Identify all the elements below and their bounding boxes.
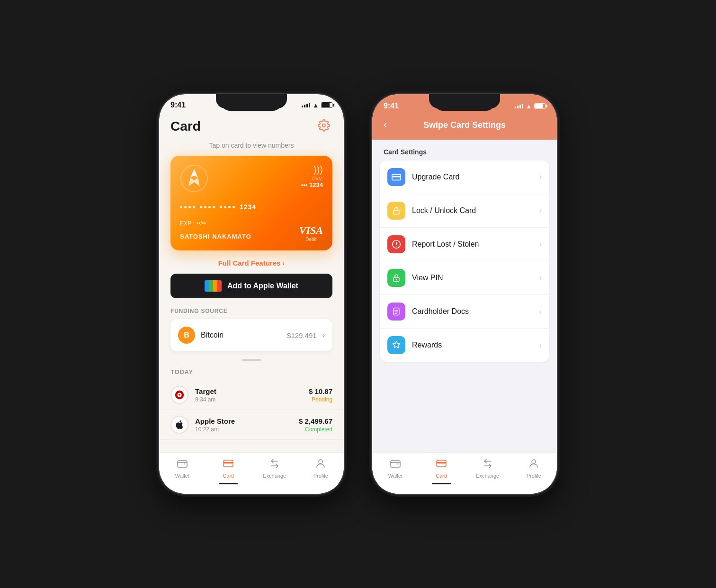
funding-name: Bitcoin	[201, 331, 281, 339]
dot	[208, 206, 211, 208]
chevron-lock: ›	[539, 206, 542, 215]
wallet-nav-label-r: Wallet	[388, 473, 403, 479]
credit-card[interactable]: ))) CVV: ••• 1234	[170, 156, 332, 250]
nav-item-exchange[interactable]: Exchange	[251, 458, 298, 484]
gear-button[interactable]	[315, 118, 332, 135]
card-expiry-row: EXP: ••/••	[180, 220, 206, 227]
visa-text: VISA	[299, 224, 323, 237]
nav-item-card-r[interactable]: Card	[419, 458, 465, 484]
svg-point-20	[532, 460, 536, 463]
nav-item-profile-r[interactable]: Profile	[511, 458, 557, 484]
dot	[204, 206, 206, 208]
full-features-link[interactable]: Full Card Features ›	[159, 259, 344, 267]
settings-item-upgrade-card[interactable]: Upgrade Card ›	[380, 160, 549, 194]
chevron-report: ›	[539, 240, 542, 249]
card-holder-name: SATOSHI NAKAMATO	[180, 233, 251, 240]
target-tx-status: Pending	[309, 396, 332, 403]
card-dots-1	[180, 206, 195, 208]
apple-icon	[170, 416, 188, 434]
settings-list: Upgrade Card › Lock / Unlock C	[380, 160, 549, 362]
settings-item-report-lost[interactable]: Report Lost / Stolen ›	[380, 228, 549, 261]
wallet-nav-label: Wallet	[175, 473, 189, 479]
back-button[interactable]: ‹	[384, 119, 387, 131]
transaction-item-target[interactable]: Target 9:34 am $ 10.87 Pending	[159, 380, 344, 410]
nav-item-card[interactable]: Card	[206, 458, 252, 484]
settings-section-label: Card Settings	[372, 140, 557, 160]
profile-nav-icon	[315, 458, 326, 472]
dot	[184, 206, 187, 208]
dot	[224, 206, 226, 208]
nav-item-wallet-r[interactable]: Wallet	[372, 458, 419, 484]
settings-item-cardholder-docs[interactable]: Cardholder Docs ›	[380, 295, 549, 329]
card-screen-content: 9:41 ▲	[159, 94, 344, 494]
notch	[221, 94, 282, 111]
battery-left	[321, 102, 332, 108]
nav-item-exchange-r[interactable]: Exchange	[465, 458, 511, 484]
exchange-nav-label: Exchange	[263, 473, 286, 479]
active-indicator	[219, 483, 238, 484]
phone2-screen: 9:41 ▲	[372, 94, 557, 494]
settings-item-lock-card[interactable]: Lock / Unlock Card ›	[380, 194, 549, 228]
card-dots-3	[220, 206, 235, 208]
svg-rect-17	[391, 461, 400, 467]
card-nav-label: Card	[223, 473, 234, 479]
settings-header: ‹ Swipe Card Settings	[372, 114, 557, 140]
dot	[200, 206, 202, 208]
card-type-text: Debit	[299, 237, 323, 242]
dot	[213, 206, 215, 208]
dot	[193, 206, 195, 208]
settings-item-view-pin[interactable]: View PIN ›	[380, 261, 549, 295]
chevron-right-funding: ›	[322, 331, 325, 339]
settings-page-title: Swipe Card Settings	[423, 120, 506, 130]
status-icons-left: ▲	[302, 102, 332, 109]
exp-label: EXP:	[180, 220, 193, 227]
apple-tx-status: Completed	[299, 426, 332, 433]
profile-nav-icon-r	[528, 458, 539, 472]
settings-item-rewards[interactable]: Rewards ›	[380, 329, 549, 362]
nav-item-wallet[interactable]: Wallet	[159, 458, 206, 484]
svg-point-4	[179, 394, 180, 396]
signal-bar-r3	[519, 105, 521, 108]
chevron-right-icon: ›	[282, 259, 285, 267]
lock-card-label: Lock / Unlock Card	[412, 206, 533, 215]
svg-rect-19	[437, 462, 446, 463]
phone-card-screen: 9:41 ▲	[159, 94, 344, 494]
transaction-item-apple[interactable]: Apple Store 10:22 am $ 2,499.67 Complete…	[159, 410, 344, 440]
exchange-nav-icon-r	[482, 458, 493, 472]
cvv-value: ••• 1234	[301, 181, 323, 188]
exchange-nav-icon	[269, 458, 280, 472]
full-features-label: Full Card Features	[218, 259, 281, 267]
add-to-apple-wallet-button[interactable]: Add to Apple Wallet	[170, 274, 332, 298]
card-dots-2	[200, 206, 215, 208]
view-pin-icon	[387, 269, 405, 287]
status-time-left: 9:41	[170, 101, 186, 109]
dot	[180, 206, 182, 208]
settings-screen-content: 9:41 ▲	[372, 94, 557, 494]
svg-rect-7	[224, 462, 233, 463]
apple-tx-amount: $ 2,499.67	[299, 417, 332, 425]
target-icon	[170, 386, 188, 404]
status-time-right: 9:41	[384, 102, 399, 110]
report-lost-icon	[387, 235, 405, 253]
wallet-nav-icon-r	[390, 458, 401, 472]
signal-bar-r4	[522, 104, 523, 108]
target-tx-right: $ 10.87 Pending	[309, 387, 332, 403]
target-tx-info: Target 9:34 am	[195, 387, 302, 403]
funding-source-item[interactable]: B Bitcoin $129.491 ›	[170, 319, 332, 351]
funding-section-label: FUNDING SOURCE	[159, 308, 344, 319]
card-number-row: 1234	[180, 203, 323, 211]
cardholder-docs-icon	[387, 303, 405, 321]
card-nav-icon-r	[436, 458, 447, 472]
upgrade-card-label: Upgrade Card	[412, 173, 533, 181]
view-pin-label: View PIN	[412, 274, 533, 282]
svg-rect-5	[178, 461, 187, 467]
wifi-icon-right: ▲	[526, 103, 532, 110]
apple-tx-name: Apple Store	[195, 417, 292, 425]
nav-item-profile[interactable]: Profile	[298, 458, 344, 484]
exchange-nav-label-r: Exchange	[476, 473, 499, 479]
phone1-screen: 9:41 ▲	[159, 94, 344, 494]
report-lost-label: Report Lost / Stolen	[412, 240, 533, 249]
chevron-rewards: ›	[539, 341, 542, 349]
rewards-label: Rewards	[412, 341, 533, 349]
svg-point-0	[322, 124, 326, 127]
